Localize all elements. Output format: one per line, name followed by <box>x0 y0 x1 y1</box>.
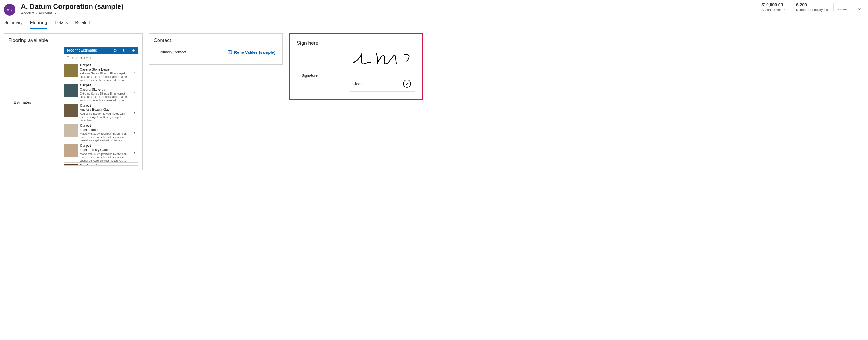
tab-related[interactable]: Related <box>75 19 90 29</box>
chevron-right-icon[interactable] <box>131 83 138 102</box>
gallery-header: FlooringEstimates <box>64 47 138 54</box>
chevron-down-icon <box>54 11 57 15</box>
swatch-image <box>64 144 78 158</box>
item-type: Hardwood <box>80 164 137 166</box>
chevron-right-icon[interactable] <box>131 104 138 122</box>
item-name: Lush II Tundra <box>80 128 129 132</box>
search-input[interactable] <box>71 56 136 60</box>
avatar: AD <box>4 4 16 16</box>
signature-canvas[interactable] <box>350 49 415 76</box>
page-title: A. Datum Corporation (sample) <box>21 3 756 10</box>
chevron-right-icon[interactable] <box>131 144 138 162</box>
swatch-image <box>64 104 78 117</box>
item-name: Caserta Sky Grey <box>80 88 129 92</box>
person-icon <box>227 50 232 55</box>
item-desc: Extreme Series 18 in. x 18 in. carpet ti… <box>80 92 129 102</box>
signature-card-title: Sign here <box>297 40 415 46</box>
item-type: Carpet <box>80 144 129 148</box>
sort-icon[interactable] <box>122 48 126 52</box>
clear-signature-link[interactable]: Clear <box>352 82 403 86</box>
item-desc: Made with 100% premium nylon fiber, this… <box>80 152 129 163</box>
primary-contact-link[interactable]: Rene Valdes (sample) <box>227 50 275 55</box>
flooring-card: Flooring available Estimates FlooringEst… <box>4 33 143 170</box>
gallery-search[interactable] <box>64 54 138 62</box>
annual-revenue-label: Annual Revenue <box>762 8 785 12</box>
tab-flooring[interactable]: Flooring <box>30 19 47 29</box>
signature-field-label: Signature <box>297 49 350 92</box>
list-item[interactable]: Hardwood <box>64 163 138 166</box>
record-header: AD A. Datum Corporation (sample) Account… <box>4 2 864 18</box>
signature-highlight: Sign here Signature Clear <box>289 33 423 100</box>
employees-label: Number of Employees <box>796 8 828 12</box>
gallery-title: FlooringEstimates <box>67 48 110 52</box>
employees-value: 6,200 <box>796 3 828 7</box>
contact-card-title: Contact <box>154 37 278 43</box>
tab-summary[interactable]: Summary <box>4 19 23 29</box>
swatch-image <box>64 124 78 137</box>
owner-value <box>838 3 848 7</box>
swatch-image <box>64 64 78 77</box>
svg-point-2 <box>229 51 230 52</box>
tab-details[interactable]: Details <box>55 19 68 29</box>
chevron-right-icon[interactable] <box>131 63 138 82</box>
contact-card: Contact Primary Contact Rene Valdes (sam… <box>149 33 283 65</box>
flooring-card-title: Flooring available <box>8 37 138 43</box>
signature-card: Sign here Signature Clear <box>292 36 420 97</box>
item-name: Lush II Frosty Glade <box>80 148 129 152</box>
header-metrics: $10,000.00 Annual Revenue 6,200 Number o… <box>756 3 852 12</box>
search-icon <box>66 56 70 60</box>
swatch-image <box>64 164 78 166</box>
chevron-right-icon[interactable] <box>131 123 138 142</box>
list-item[interactable]: Carpet Ageless Beauty Clay Add some fash… <box>64 103 138 122</box>
primary-contact-label: Primary Contact <box>159 50 227 54</box>
annual-revenue-value: $10,000.00 <box>762 3 785 7</box>
refresh-icon[interactable] <box>113 48 117 52</box>
item-desc: Extreme Series 18 in. x 18 in. carpet ti… <box>80 72 129 82</box>
item-desc: Add some fashion to your floors with the… <box>80 112 129 122</box>
add-icon[interactable] <box>131 48 135 52</box>
item-type: Carpet <box>80 83 129 88</box>
owner-label: Owner <box>838 7 848 11</box>
item-type: Carpet <box>80 104 129 108</box>
separator-dot: · <box>36 11 37 15</box>
estimates-section-label: Estimates <box>8 47 64 166</box>
form-selector[interactable]: Account <box>38 11 57 15</box>
list-item[interactable]: Carpet Caserta Sky Grey Extreme Series 1… <box>64 82 138 102</box>
swatch-image <box>64 84 78 97</box>
list-item[interactable]: Carpet Lush II Tundra Made with 100% pre… <box>64 122 138 142</box>
primary-contact-name: Rene Valdes (sample) <box>234 50 275 55</box>
item-type: Carpet <box>80 63 129 67</box>
entity-type-label: Account <box>21 11 34 15</box>
item-name: Ageless Beauty Clay <box>80 108 129 112</box>
item-desc: Made with 100% premium nylon fiber, this… <box>80 132 129 142</box>
item-name: Caserta Stone Beige <box>80 67 129 72</box>
item-type: Carpet <box>80 123 129 128</box>
list-item[interactable]: Carpet Caserta Stone Beige Extreme Serie… <box>64 62 138 82</box>
header-expand-button[interactable] <box>855 4 864 15</box>
list-item[interactable]: Carpet Lush II Frosty Glade Made with 10… <box>64 142 138 163</box>
form-tabs: Summary Flooring Details Related <box>4 18 864 29</box>
flooring-gallery: FlooringEstimates <box>64 47 138 166</box>
confirm-signature-button[interactable] <box>403 80 411 88</box>
svg-point-0 <box>67 56 69 58</box>
svg-rect-1 <box>228 51 231 54</box>
